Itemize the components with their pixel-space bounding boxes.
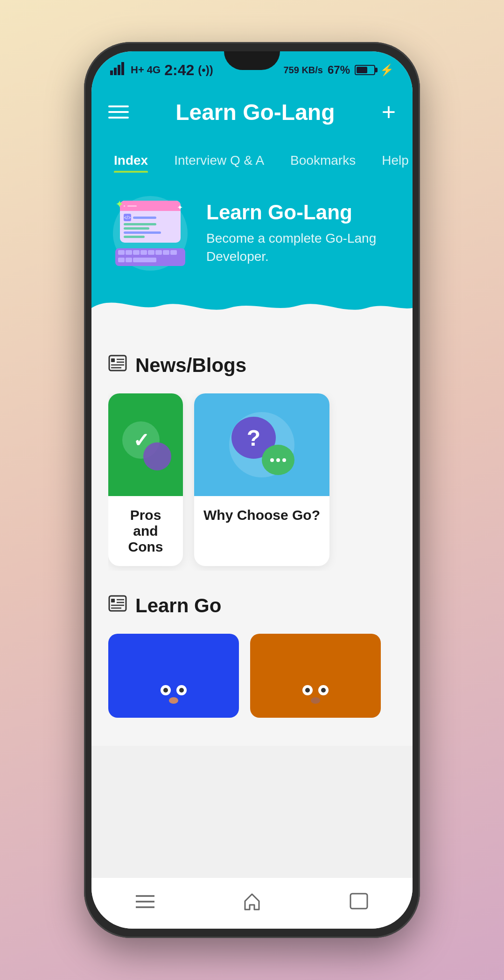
learn-card-orange[interactable] xyxy=(250,634,381,718)
status-left: H+ 4G 2:42 (•)) xyxy=(110,62,213,79)
gopher-eyes xyxy=(161,685,187,695)
news-icon xyxy=(108,354,127,377)
tab-help[interactable]: Help xyxy=(369,148,413,173)
gopher-left-pupil-2 xyxy=(305,688,310,693)
hero-title: Learn Go-Lang xyxy=(206,201,396,224)
gopher-right-pupil-2 xyxy=(321,688,326,693)
gopher-orange xyxy=(297,685,334,713)
hero-section: </> xyxy=(91,173,413,331)
main-content: News/Blogs ✓ xyxy=(91,330,413,746)
gopher-left-eye xyxy=(161,685,171,695)
gopher-left-eye-2 xyxy=(302,685,313,695)
tab-bookmarks[interactable]: Bookmarks xyxy=(277,148,369,173)
svg-rect-1 xyxy=(114,68,117,75)
bottom-nav-back[interactable] xyxy=(336,888,382,918)
gopher-nose xyxy=(169,697,178,704)
gopher-right-pupil xyxy=(179,688,184,693)
learn-card-blue[interactable] xyxy=(108,634,239,718)
app-header: Learn Go-Lang + xyxy=(91,89,413,135)
learn-cards-list xyxy=(108,634,396,722)
phone-frame: H+ 4G 2:42 (•)) 759 KB/s 67% ⚡ Learn xyxy=(84,42,420,938)
bottom-nav-menu[interactable] xyxy=(122,889,168,918)
hero-text: Learn Go-Lang Become a complete Go-Lang … xyxy=(206,201,396,266)
wave-decoration xyxy=(91,285,413,331)
gopher-blue xyxy=(155,685,192,713)
status-right: 759 KB/s 67% ⚡ xyxy=(283,63,394,77)
svg-rect-11 xyxy=(111,599,115,602)
svg-rect-0 xyxy=(110,70,113,75)
learn-go-header: Learn Go xyxy=(108,594,396,617)
network-type: H+ 4G xyxy=(131,64,161,76)
svg-rect-2 xyxy=(118,65,120,75)
charging-icon: ⚡ xyxy=(380,63,394,77)
gopher-left-pupil xyxy=(163,688,168,693)
gopher-eyes-2 xyxy=(302,685,329,695)
battery-percent: 67% xyxy=(328,63,350,77)
news-blogs-header: News/Blogs xyxy=(108,354,396,377)
battery-icon xyxy=(355,65,375,75)
hamburger-button[interactable] xyxy=(108,105,129,119)
nav-tabs: Index Interview Q & A Bookmarks Help xyxy=(91,135,413,173)
hero-content: </> xyxy=(108,191,396,275)
menu-icon xyxy=(136,893,154,913)
pros-cons-card-image: ✓ xyxy=(108,393,183,496)
hero-subtitle: Become a complete Go-Lang Developer. xyxy=(206,229,396,266)
pros-cons-card[interactable]: ✓ Pros and Cons xyxy=(108,393,183,566)
why-choose-go-image: ? xyxy=(194,393,329,496)
wifi-icon: (•)) xyxy=(198,63,213,77)
learn-go-title: Learn Go xyxy=(135,595,221,617)
blog-cards-list: ✓ Pros and Cons xyxy=(108,393,396,571)
bottom-nav-home[interactable] xyxy=(229,887,275,919)
learn-icon xyxy=(108,594,127,617)
learn-go-section: Learn Go xyxy=(108,594,396,722)
status-time: 2:42 xyxy=(164,62,194,79)
news-blogs-title: News/Blogs xyxy=(135,354,246,377)
svg-rect-5 xyxy=(111,358,115,362)
gopher-right-eye-2 xyxy=(318,685,329,695)
back-icon xyxy=(350,893,368,914)
app-title: Learn Go-Lang xyxy=(175,99,335,125)
svg-rect-19 xyxy=(350,894,367,909)
why-choose-go-card[interactable]: ? xyxy=(194,393,329,566)
bottom-nav xyxy=(91,877,413,929)
tab-index[interactable]: Index xyxy=(101,148,161,173)
pros-cons-card-content: Pros and Cons xyxy=(108,496,183,566)
why-choose-go-title: Why Choose Go? xyxy=(203,507,320,523)
why-choose-go-content: Why Choose Go? xyxy=(194,496,329,534)
phone-screen: H+ 4G 2:42 (•)) 759 KB/s 67% ⚡ Learn xyxy=(91,51,413,929)
hero-illustration: </> xyxy=(108,191,192,275)
add-button[interactable]: + xyxy=(382,98,396,126)
pros-cons-card-title: Pros and Cons xyxy=(118,507,174,555)
data-speed: 759 KB/s xyxy=(283,65,323,76)
home-icon xyxy=(243,892,261,915)
tab-interview[interactable]: Interview Q & A xyxy=(161,148,277,173)
gopher-nose-2 xyxy=(311,697,320,704)
gopher-right-eye xyxy=(176,685,187,695)
signal-icon xyxy=(110,62,127,78)
svg-rect-3 xyxy=(121,62,124,75)
